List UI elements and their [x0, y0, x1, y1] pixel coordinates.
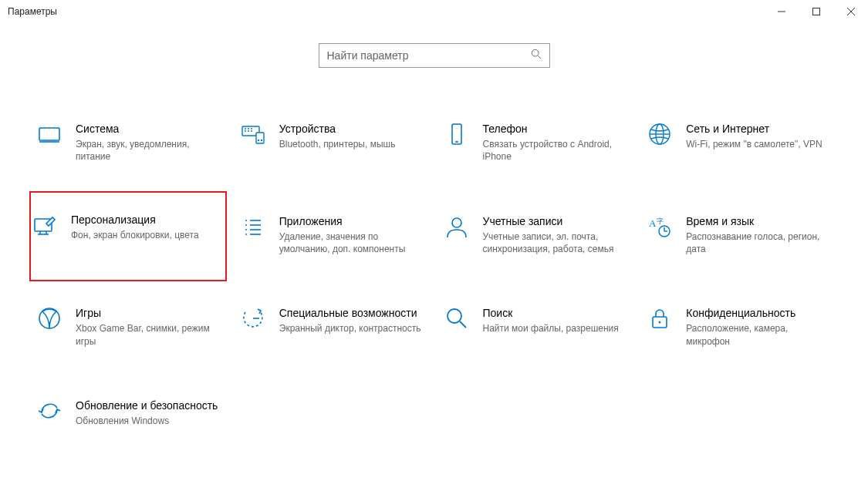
svg-rect-15	[256, 133, 264, 143]
tile-privacy[interactable]: Конфиденциальность Расположение, камера,…	[641, 300, 837, 354]
system-icon	[37, 122, 62, 146]
svg-point-16	[258, 140, 259, 141]
tile-desc: Расположение, камера, микрофон	[686, 322, 831, 347]
phone-icon	[444, 122, 469, 146]
search-input[interactable]	[327, 49, 531, 62]
svg-point-35	[452, 218, 461, 227]
tile-update-security[interactable]: Обновление и безопасность Обновления Win…	[31, 392, 227, 433]
tile-title: Система	[76, 122, 221, 136]
tile-title: Обновление и безопасность	[76, 399, 221, 412]
tile-system[interactable]: Система Экран, звук, уведомления, питани…	[31, 116, 227, 170]
tile-title: Приложения	[279, 214, 424, 228]
tile-desc: Распознавание голоса, регион, дата	[686, 230, 831, 255]
tile-desc: Bluetooth, принтеры, мышь	[279, 138, 424, 150]
svg-point-43	[448, 309, 461, 323]
gaming-icon	[37, 306, 62, 331]
tile-network[interactable]: Сеть и Интернет Wi-Fi, режим "в самолете…	[641, 116, 837, 170]
svg-text:A: A	[649, 217, 657, 229]
tile-title: Время и язык	[686, 214, 831, 228]
svg-rect-18	[452, 124, 461, 144]
privacy-icon	[647, 306, 672, 331]
tile-desc: Фон, экран блокировки, цвета	[71, 229, 218, 241]
tile-title: Устройства	[279, 122, 424, 136]
tile-title: Конфиденциальность	[686, 306, 831, 320]
apps-icon	[241, 214, 265, 239]
tile-title: Специальные возможности	[279, 306, 424, 320]
tile-title: Персонализация	[71, 213, 221, 227]
titlebar: Параметры	[0, 0, 868, 23]
tile-title: Поиск	[483, 306, 628, 320]
update-icon	[37, 399, 62, 423]
tile-gaming[interactable]: Игры Xbox Game Bar, снимки, режим игры	[31, 300, 227, 354]
accounts-icon	[444, 214, 469, 239]
tile-time-language[interactable]: A 字 Время и язык Распознавание голоса, р…	[641, 208, 837, 262]
tile-desc: Обновления Windows	[76, 415, 221, 427]
personalization-icon	[32, 213, 57, 237]
tile-desc: Xbox Game Bar, снимки, режим игры	[76, 322, 221, 347]
window-title: Параметры	[8, 6, 57, 17]
tile-devices[interactable]: Устройства Bluetooth, принтеры, мышь	[235, 116, 431, 170]
tile-title: Телефон	[483, 122, 628, 136]
svg-point-46	[659, 321, 661, 324]
minimize-button[interactable]	[764, 0, 799, 23]
ease-of-access-icon	[241, 306, 265, 331]
tile-desc: Найти мои файлы, разрешения	[483, 322, 628, 335]
tile-title: Сеть и Интернет	[686, 122, 831, 136]
svg-text:字: 字	[657, 217, 664, 225]
svg-rect-6	[39, 128, 59, 140]
network-icon	[647, 122, 672, 146]
time-language-icon: A 字	[647, 214, 672, 239]
svg-rect-1	[812, 8, 819, 15]
tile-desc: Удаление, значения по умолчанию, доп. ко…	[279, 230, 424, 255]
tile-desc: Учетные записи, эл. почта, синхронизация…	[483, 230, 628, 255]
tile-desc: Экранный диктор, контрастность	[279, 322, 424, 335]
search-row	[0, 43, 868, 68]
settings-grid: Система Экран, звук, уведомления, питани…	[0, 116, 868, 433]
search-icon	[531, 49, 542, 62]
close-button[interactable]	[833, 0, 868, 23]
search-box[interactable]	[319, 43, 550, 68]
window-controls	[764, 0, 868, 23]
tile-personalization[interactable]: Персонализация Фон, экран блокировки, цв…	[29, 191, 227, 282]
tile-accounts[interactable]: Учетные записи Учетные записи, эл. почта…	[438, 208, 634, 262]
search-category-icon	[444, 306, 469, 331]
maximize-button[interactable]	[799, 0, 833, 23]
tile-search[interactable]: Поиск Найти мои файлы, разрешения	[438, 300, 634, 354]
tile-apps[interactable]: Приложения Удаление, значения по умолчан…	[235, 208, 431, 262]
tile-ease-of-access[interactable]: Специальные возможности Экранный диктор,…	[235, 300, 431, 354]
devices-icon	[241, 122, 265, 146]
svg-point-17	[261, 140, 262, 141]
tile-title: Учетные записи	[483, 214, 628, 228]
tile-title: Игры	[76, 306, 221, 320]
tile-desc: Связать устройство с Android, iPhone	[483, 138, 628, 163]
tile-desc: Экран, звук, уведомления, питание	[76, 138, 221, 163]
svg-point-4	[532, 49, 539, 56]
tile-phone[interactable]: Телефон Связать устройство с Android, iP…	[438, 116, 634, 170]
svg-line-5	[538, 55, 541, 59]
svg-line-44	[460, 321, 466, 328]
tile-desc: Wi-Fi, режим "в самолете", VPN	[686, 138, 831, 150]
